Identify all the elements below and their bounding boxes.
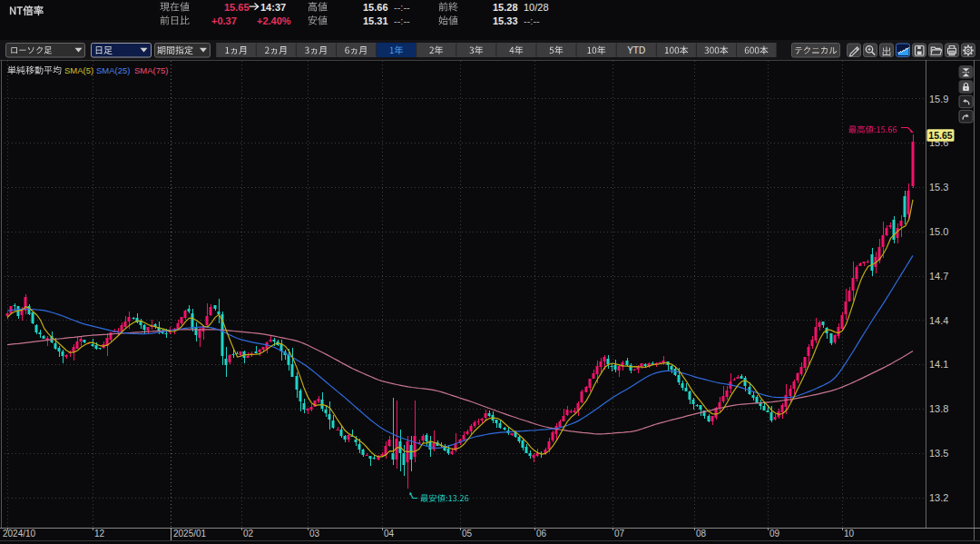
svg-text:+2.40%: +2.40% [257,15,291,26]
svg-text:YTD: YTD [627,45,645,55]
svg-text:03: 03 [309,529,320,539]
svg-text:+0.37: +0.37 [211,15,237,26]
svg-text:SMA(5): SMA(5) [64,65,93,75]
svg-text:14:37: 14:37 [260,2,286,13]
svg-text:15.3: 15.3 [929,182,948,193]
svg-text:04: 04 [384,529,395,539]
svg-text:10: 10 [844,529,855,539]
svg-text:15.66: 15.66 [363,2,388,13]
svg-text:07: 07 [614,529,625,539]
svg-text:2025/01: 2025/01 [173,529,207,539]
svg-text:06: 06 [536,529,547,539]
svg-text:15.9: 15.9 [929,94,948,104]
svg-text:02: 02 [243,529,254,539]
svg-text:15.65: 15.65 [928,130,952,141]
svg-text:13.2: 13.2 [929,492,948,503]
svg-text:08: 08 [696,529,707,539]
svg-text:15.33: 15.33 [493,15,518,26]
svg-text:14.1: 14.1 [929,359,948,370]
svg-text:10/28: 10/28 [524,2,549,13]
svg-text:15.28: 15.28 [493,2,518,13]
svg-text:14.4: 14.4 [929,315,948,326]
svg-text:--:--: --:-- [524,15,540,26]
svg-text:09: 09 [769,529,780,539]
svg-text:--:--: --:-- [394,15,410,26]
svg-text:2024/10: 2024/10 [3,529,36,539]
svg-text:13.8: 13.8 [929,403,948,414]
svg-text:SMA(75): SMA(75) [134,65,168,75]
svg-text:15.31: 15.31 [363,15,388,26]
svg-text:15.65: 15.65 [224,2,250,13]
svg-text:14.7: 14.7 [929,271,948,282]
svg-text:12: 12 [94,529,105,539]
svg-text:05: 05 [462,529,473,539]
svg-text:--:--: --:-- [394,2,410,13]
svg-text:13.5: 13.5 [929,448,948,459]
svg-text:15.0: 15.0 [929,226,948,237]
svg-text:SMA(25): SMA(25) [96,65,130,75]
